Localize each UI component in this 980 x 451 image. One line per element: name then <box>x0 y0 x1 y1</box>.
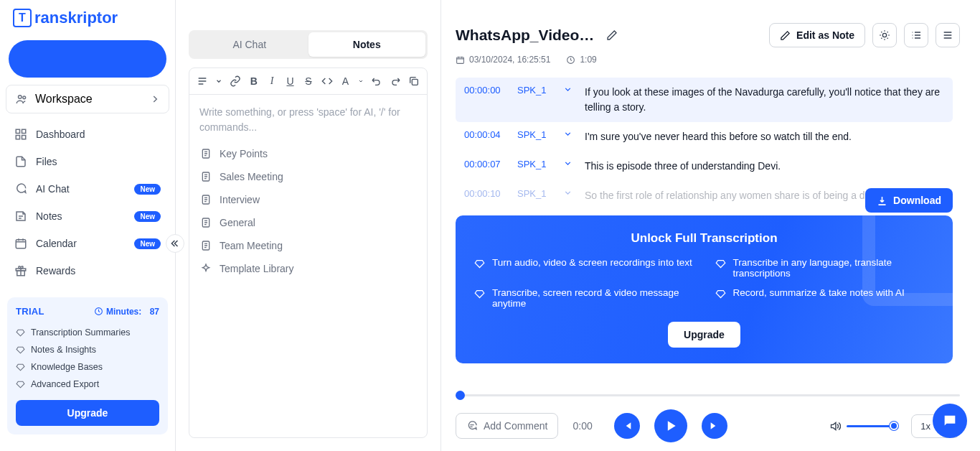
text-color-button[interactable]: A <box>340 74 351 88</box>
collapse-sidebar-button[interactable] <box>166 234 184 253</box>
chevron-down-icon[interactable] <box>215 74 222 88</box>
tab-aichat[interactable]: AI Chat <box>191 32 308 57</box>
nav-label: Notes <box>36 210 62 222</box>
primary-action-button[interactable] <box>9 40 166 78</box>
copy-button[interactable] <box>408 74 420 88</box>
next-button[interactable] <box>702 413 727 439</box>
link-button[interactable] <box>230 74 241 88</box>
progress-bar[interactable] <box>456 394 960 396</box>
unlock-upgrade-button[interactable]: Upgrade <box>668 322 740 348</box>
tab-notes[interactable]: Notes <box>308 32 426 57</box>
transcript-speaker[interactable]: SPK_1 <box>517 159 555 169</box>
template-interview[interactable]: Interview <box>199 188 417 211</box>
chat-fab[interactable] <box>933 404 967 438</box>
transcript-speaker[interactable]: SPK_1 <box>517 129 555 140</box>
doc-date: 03/10/2024, 16:25:51 <box>456 55 550 65</box>
chevron-down-icon[interactable] <box>563 129 576 139</box>
doc-icon <box>199 216 212 229</box>
list-icon <box>910 29 922 41</box>
nav-dashboard[interactable]: Dashboard <box>4 121 171 148</box>
transcript-text: I'm sure you've never heard this before … <box>585 129 944 144</box>
edit-title-button[interactable] <box>606 29 618 41</box>
nav-list: Dashboard Files AI Chat New Notes New Ca… <box>0 113 175 292</box>
chevron-down-icon[interactable] <box>358 74 364 88</box>
trial-minutes: Minutes: 87 <box>94 307 159 317</box>
progress-thumb[interactable] <box>456 391 465 400</box>
users-icon <box>15 93 28 106</box>
template-teammeeting[interactable]: Team Meeting <box>199 234 417 257</box>
sidebar: Transkriptor Workspace Dashboard Files A… <box>0 0 176 451</box>
add-comment-button[interactable]: Add Comment <box>456 413 558 439</box>
doc-duration: 1:09 <box>566 55 596 65</box>
nav-notes[interactable]: Notes New <box>4 203 171 230</box>
play-icon <box>664 419 678 433</box>
transcript-row[interactable]: 00:00:00 SPK_1 If you look at these imag… <box>456 78 953 122</box>
trial-feature: Advanced Export <box>16 376 159 393</box>
prev-button[interactable] <box>614 413 640 439</box>
player-time: 0:00 <box>573 420 600 432</box>
svg-rect-2 <box>16 129 19 133</box>
chevron-right-icon <box>150 94 160 104</box>
download-icon <box>877 195 887 206</box>
edit-as-note-button[interactable]: Edit as Note <box>769 23 865 47</box>
svg-point-16 <box>882 33 886 37</box>
diamond-icon <box>715 289 726 299</box>
editor-body[interactable]: Write something, or press 'space' for AI… <box>189 95 427 290</box>
play-button[interactable] <box>654 409 687 442</box>
code-button[interactable] <box>321 74 333 88</box>
workspace-select[interactable]: Workspace <box>6 85 169 113</box>
transcript-row[interactable]: 00:00:04 SPK_1 I'm sure you've never hea… <box>456 122 953 152</box>
editor-box: B I U S A Write something, or press 'spa… <box>189 68 428 438</box>
nav-calendar[interactable]: Calendar New <box>4 230 171 257</box>
logo-text: ranskriptor <box>34 9 118 27</box>
underline-button[interactable]: U <box>285 74 296 88</box>
template-keypoints[interactable]: Key Points <box>199 142 417 165</box>
svg-rect-17 <box>457 57 464 63</box>
logo[interactable]: Transkriptor <box>0 9 175 36</box>
nav-label: Rewards <box>36 265 75 276</box>
template-general[interactable]: General <box>199 211 417 234</box>
badge-new: New <box>134 211 161 222</box>
download-button[interactable]: Download <box>865 188 953 213</box>
template-library[interactable]: Template Library <box>199 257 417 280</box>
svg-point-1 <box>23 96 26 99</box>
badge-new: New <box>134 238 161 249</box>
chevron-down-icon[interactable] <box>563 85 576 94</box>
more-menu-button[interactable] <box>936 23 960 47</box>
volume-icon <box>829 420 841 432</box>
template-salesmeeting[interactable]: Sales Meeting <box>199 165 417 188</box>
transcript-time[interactable]: 00:00:04 <box>464 129 509 140</box>
calendar-icon <box>456 55 465 65</box>
nav-rewards[interactable]: Rewards <box>4 257 171 284</box>
list-view-button[interactable] <box>904 23 928 47</box>
dashboard-icon <box>14 128 27 141</box>
nav-files[interactable]: Files <box>4 148 171 175</box>
editor-toolbar: B I U S A <box>189 68 427 95</box>
nav-aichat[interactable]: AI Chat New <box>4 175 171 203</box>
document-title: WhatsApp_Video_202... <box>456 27 599 44</box>
theme-toggle-button[interactable] <box>872 23 897 47</box>
unlock-feature: Transcribe in any language, translate tr… <box>715 257 935 279</box>
chat-bubble-icon <box>942 413 958 429</box>
bold-button[interactable]: B <box>248 74 259 88</box>
volume-control[interactable] <box>829 420 897 432</box>
transcript-speaker[interactable]: SPK_1 <box>517 188 555 199</box>
volume-slider[interactable] <box>847 425 897 427</box>
transcript-time[interactable]: 00:00:07 <box>464 159 509 169</box>
redo-button[interactable] <box>390 74 401 88</box>
editor-placeholder: Write something, or press 'space' for AI… <box>199 105 417 135</box>
transcript-time[interactable]: 00:00:10 <box>464 188 509 199</box>
italic-button[interactable]: I <box>266 74 277 88</box>
paragraph-style-dropdown[interactable] <box>197 74 208 88</box>
trial-feature: Knowledge Bases <box>16 358 159 376</box>
sidebar-upgrade-button[interactable]: Upgrade <box>16 400 159 426</box>
nav-label: Files <box>36 156 57 167</box>
transcript-speaker[interactable]: SPK_1 <box>517 85 555 96</box>
chevron-down-icon[interactable] <box>563 159 576 168</box>
transcript-time[interactable]: 00:00:00 <box>464 85 509 96</box>
chevron-down-icon[interactable] <box>563 188 576 197</box>
undo-button[interactable] <box>371 74 382 88</box>
transcript-row[interactable]: 00:00:07 SPK_1 This is episode three of … <box>456 152 953 181</box>
strike-button[interactable]: S <box>303 74 314 88</box>
volume-thumb[interactable] <box>890 422 898 430</box>
